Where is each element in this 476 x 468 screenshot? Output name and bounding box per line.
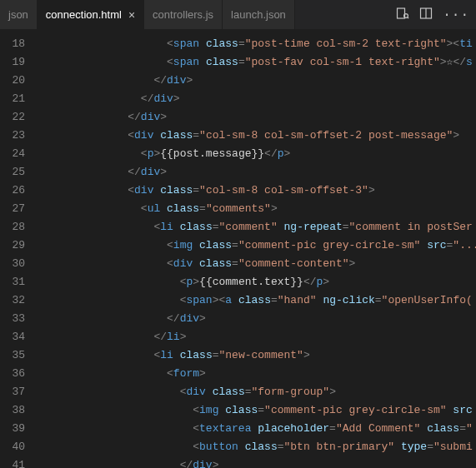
- tab-json[interactable]: json: [0, 0, 38, 29]
- line-number: 24: [0, 145, 25, 163]
- tab-launch-json[interactable]: launch.json: [223, 0, 295, 29]
- token-attr: placeholder: [258, 422, 329, 435]
- split-editor-icon[interactable]: [419, 7, 433, 23]
- token-tag: div: [180, 312, 199, 325]
- token-gray: <: [128, 184, 134, 197]
- token-gray: =: [459, 422, 466, 435]
- code-line[interactable]: <li class="new-comment">: [37, 346, 476, 365]
- code-line[interactable]: </div>: [37, 90, 476, 108]
- token-gray: =: [238, 37, 245, 50]
- token-gray: <: [193, 404, 199, 416]
- token-gray: </: [153, 331, 167, 343]
- token-tag: div: [173, 257, 193, 270]
- token-tag: div: [134, 129, 153, 142]
- editor[interactable]: 1819202122232425262728293031323334353637…: [0, 30, 476, 468]
- token-attr: class: [427, 422, 459, 435]
- token-attr: class: [180, 221, 213, 233]
- token-tag: button: [199, 441, 238, 453]
- token-gray: </: [128, 166, 141, 178]
- line-number: 20: [0, 72, 25, 90]
- token-tag: ti: [459, 37, 473, 50]
- token-gray: =: [232, 257, 238, 270]
- code-line[interactable]: </div>: [37, 72, 476, 90]
- token-text: [199, 56, 206, 68]
- code-line[interactable]: </div>: [37, 310, 476, 328]
- close-icon[interactable]: ×: [128, 8, 135, 22]
- code-line[interactable]: </div>: [37, 163, 476, 182]
- token-tag: img: [173, 239, 193, 251]
- tab-controllers-js[interactable]: controllers.js: [144, 0, 223, 29]
- line-number: 33: [0, 310, 25, 328]
- code-content[interactable]: <span class="post-time col-sm-2 text-rig…: [37, 30, 476, 468]
- tab-bar: jsonconnection.html×controllers.jslaunch…: [0, 0, 476, 30]
- code-line[interactable]: <img class="comment-pic grey-circle-sm" …: [37, 401, 476, 420]
- code-line[interactable]: <textarea placeholder="Add Comment" clas…: [37, 420, 476, 438]
- token-tag: li: [160, 349, 173, 361]
- token-gray: =: [232, 239, 238, 251]
- code-line[interactable]: <div class="col-sm-8 col-sm-offset-2 pos…: [37, 127, 476, 145]
- token-attr: class: [167, 202, 199, 215]
- code-line[interactable]: </div>: [37, 456, 476, 468]
- line-number: 34: [0, 328, 25, 346]
- token-attr: type: [401, 441, 427, 453]
- token-gray: =: [213, 349, 219, 361]
- token-tag: div: [193, 459, 212, 468]
- token-tag: textarea: [199, 422, 251, 435]
- code-line[interactable]: <form>: [37, 365, 476, 383]
- token-gray: =: [199, 202, 206, 215]
- code-line[interactable]: <p>{{post.message}}</p>: [37, 145, 476, 163]
- token-gray: >: [186, 74, 193, 87]
- code-line[interactable]: <div class="comment-content">: [37, 255, 476, 273]
- token-text: [193, 239, 199, 251]
- token-attr: ng-repeat: [284, 221, 343, 233]
- code-line[interactable]: <li class="comment" ng-repeat="comment i…: [37, 218, 476, 236]
- token-gray: <: [141, 147, 148, 160]
- token-gray: <: [193, 441, 199, 453]
- code-line[interactable]: <div class="col-sm-8 col-sm-offset-3">: [37, 182, 476, 200]
- code-line[interactable]: <span class="post-fav col-sm-1 text-righ…: [37, 53, 476, 72]
- token-str: "comments": [206, 202, 271, 215]
- tab-connection-html[interactable]: connection.html×: [38, 0, 144, 29]
- token-tag: div: [153, 92, 173, 105]
- code-line[interactable]: <img class="comment-pic grey-circle-sm" …: [37, 236, 476, 255]
- code-line[interactable]: <ul class="comments">: [37, 200, 476, 218]
- token-text: {{post.message}}: [160, 147, 264, 160]
- token-gray: <: [167, 239, 173, 251]
- token-str: "col-sm-8 col-sm-offset-3": [199, 184, 368, 197]
- token-gray: </: [180, 459, 193, 468]
- line-number: 25: [0, 163, 25, 182]
- code-line[interactable]: <span><a class="hand" ng-click="openUser…: [37, 291, 476, 310]
- token-text: [160, 202, 167, 215]
- token-gray: >: [284, 147, 291, 160]
- code-line[interactable]: <div class="form-group">: [37, 383, 476, 401]
- token-gray: =: [427, 441, 433, 453]
- token-text: {{comment.text}}: [199, 276, 303, 288]
- token-gray: =: [193, 184, 199, 197]
- token-str: "post-fav col-sm-1 text-right": [245, 56, 440, 68]
- token-text: [238, 441, 245, 453]
- token-gray: >: [271, 202, 278, 215]
- svg-rect-0: [398, 8, 405, 18]
- token-tag: span: [173, 37, 199, 50]
- token-str: "new-comment": [219, 349, 303, 361]
- open-preview-icon[interactable]: [396, 7, 409, 23]
- line-number: 26: [0, 182, 25, 200]
- token-gray: >: [180, 331, 187, 343]
- line-number: 32: [0, 291, 25, 310]
- code-line[interactable]: <button class="btn btn-primary" type="su…: [37, 438, 476, 456]
- code-line[interactable]: </div>: [37, 108, 476, 127]
- token-gray: <: [193, 422, 199, 435]
- line-number: 39: [0, 420, 25, 438]
- token-str: "comment in postSer: [349, 221, 473, 233]
- more-icon[interactable]: ···: [443, 7, 469, 22]
- token-gray: =: [258, 404, 264, 416]
- code-line[interactable]: <span class="post-time col-sm-2 text-rig…: [37, 35, 476, 53]
- code-line[interactable]: </li>: [37, 328, 476, 346]
- token-str: "post-time col-sm-2 text-right": [245, 37, 447, 50]
- token-gray: >: [173, 92, 180, 105]
- token-gray: >: [349, 257, 356, 270]
- tab-label: controllers.js: [153, 8, 213, 21]
- code-line[interactable]: <p>{{comment.text}}</p>: [37, 273, 476, 291]
- token-gray: </: [141, 92, 154, 105]
- tab-label: connection.html: [46, 8, 122, 21]
